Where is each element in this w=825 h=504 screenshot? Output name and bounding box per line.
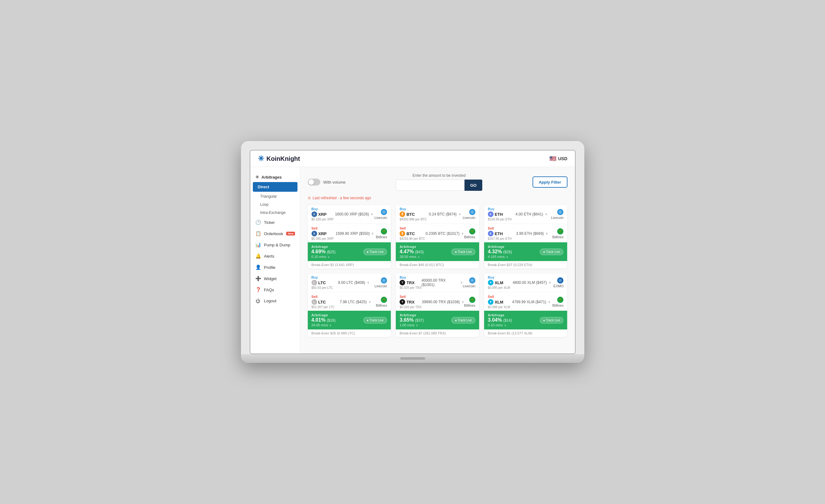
arb-footer: Arbitrage 4.32% ($28) 4.165 mins ∨ ● Tra… — [484, 242, 568, 261]
currency-badge[interactable]: 🇺🇸 USD — [549, 155, 568, 162]
sell-chevron[interactable]: ∨ — [462, 300, 464, 303]
sidebar-item-direct[interactable]: Direct — [253, 182, 297, 192]
arb-time-chevron: ∨ — [504, 323, 506, 327]
volume-toggle[interactable] — [308, 178, 320, 186]
toolbar: With volume Enter the amount to be inves… — [308, 173, 568, 191]
sidebar-item-alerts[interactable]: 🔔 Alerts — [250, 250, 300, 262]
sell-left: Sell ₿ BTC $4256.90 per BTC — [399, 226, 425, 240]
buy-chevron[interactable]: ∨ — [367, 281, 369, 284]
track-live-button[interactable]: ● Track Live — [451, 317, 475, 323]
card-divider — [399, 292, 475, 292]
alerts-icon: 🔔 — [255, 253, 261, 259]
sell-chevron[interactable]: ∨ — [371, 232, 374, 235]
investment-input[interactable] — [396, 179, 464, 191]
arb-percent: 4.32% — [488, 249, 502, 255]
buy-coin-icon: T — [399, 280, 405, 285]
card-divider — [399, 224, 475, 224]
buy-price: $0.095 per XLM — [488, 286, 510, 289]
buy-chevron[interactable]: ∨ — [549, 281, 551, 284]
arb-label: Arbitrage — [311, 313, 335, 317]
arb-info: Arbitrage 3.04% ($14) 0.10 mins ∨ — [488, 313, 512, 327]
arb-card-1: Buy ₿ BTC $4050.998 per BTC 0.24 BTC ($9… — [396, 205, 479, 269]
sidebar-item-logout[interactable]: ⏻ Logout — [250, 295, 300, 306]
buy-coin-icon: ₿ — [399, 211, 405, 217]
card-divider — [311, 292, 387, 292]
buy-price: $0.328 per XRP — [311, 218, 334, 221]
sell-left: Sell T TRX $0.026 per TRX — [399, 295, 422, 309]
sell-coin-icon: L — [311, 299, 317, 305]
buy-row: Buy T TRX $0.025 per TRX 40000.00 TRX ($… — [396, 274, 479, 291]
sell-exchange-name: Bitfinex — [552, 235, 564, 239]
arb-footer: Arbitrage 3.65% ($37) 1.00 mins ∨ ● Trac… — [396, 311, 479, 330]
sell-coin-label: BTC — [406, 231, 415, 236]
sidebar-item-profile[interactable]: 👤 Profile — [250, 262, 300, 273]
sidebar-item-pump-dump[interactable]: 📊 Pump & Dump — [250, 239, 300, 250]
sell-row: Sell L LTC $53.307 per LTC 7.98 LTC ($42… — [308, 293, 391, 311]
arb-time-chevron: ∨ — [327, 255, 329, 259]
buy-row: Buy L LTC $50.93 per LTC 8.00 LTC ($408)… — [308, 274, 391, 291]
arb-time-chevron: ∨ — [506, 255, 508, 259]
sell-pair: L LTC — [311, 299, 334, 305]
arb-amount: ($16) — [327, 318, 335, 322]
track-live-button[interactable]: ● Track Live — [363, 317, 387, 323]
buy-exchange-icon: ◎ — [469, 277, 475, 284]
buy-row: Buy E ETH $159.99 per ETH 4.00 ETH ($641… — [484, 205, 568, 223]
arb-amount: ($25) — [327, 250, 335, 254]
volume-toggle-container: With volume — [308, 178, 346, 186]
sell-exchange-icon: 🌿 — [469, 228, 475, 234]
logout-icon: ⏻ — [255, 298, 261, 303]
buy-right: ◎ Livecoin — [463, 209, 475, 220]
breakeven: Break-Even $1 (3.641 XRP) — [308, 261, 391, 269]
track-live-button[interactable]: ● Track Live — [451, 248, 475, 255]
new-badge: New — [286, 232, 295, 235]
buy-coin-label: LTC — [318, 280, 326, 285]
arb-amount: ($14) — [503, 318, 512, 322]
arb-percent: 4.69% — [311, 249, 325, 255]
track-live-button[interactable]: ● Track Live — [540, 248, 564, 255]
buy-exchange-icon: ◎ — [557, 209, 564, 215]
go-button[interactable]: GO — [464, 179, 482, 191]
buy-pair: X XRP — [311, 211, 334, 217]
buy-chevron[interactable]: ∨ — [460, 281, 463, 284]
sell-chevron[interactable]: ∨ — [548, 300, 550, 303]
buy-coin-label: XLM — [495, 280, 503, 285]
sell-chevron[interactable]: ∨ — [461, 232, 463, 235]
buy-chevron[interactable]: ∨ — [545, 212, 547, 216]
sell-amount: 7.98 LTC ($425) — [340, 300, 367, 304]
arb-card-4: Buy T TRX $0.025 per TRX 40000.00 TRX ($… — [396, 274, 479, 337]
sell-right: 🌿 Bitfinex — [376, 297, 387, 307]
sidebar-item-faqs[interactable]: ❓ FAQs — [250, 284, 300, 295]
sell-chevron[interactable]: ∨ — [546, 232, 548, 235]
cards-grid: Buy X XRP $0.328 per XRP 1600.00 XRP ($5… — [308, 205, 568, 337]
arb-time-chevron: ∨ — [418, 255, 420, 259]
sell-chevron[interactable]: ∨ — [369, 300, 371, 303]
arb-percent: 3.04% — [488, 317, 502, 323]
sidebar-item-ticker[interactable]: 🕐 Ticker — [250, 217, 300, 228]
volume-toggle-label: With volume — [323, 180, 346, 185]
buy-chevron[interactable]: ∨ — [371, 212, 373, 216]
buy-chevron[interactable]: ∨ — [459, 212, 461, 216]
sell-pair: ✦ XLM — [488, 299, 510, 305]
sell-coin-label: XRP — [318, 231, 327, 236]
arb-card-5: Buy ✦ XLM $0.095 per XLM 4800.00 XLM ($4… — [484, 274, 568, 337]
buy-right: ◎ Livecoin — [551, 209, 564, 220]
buy-row: Buy ✦ XLM $0.095 per XLM 4800.00 XLM ($4… — [484, 274, 568, 291]
sell-exchange-name: Bitfinex — [464, 235, 475, 239]
arb-time-chevron: ∨ — [329, 323, 331, 327]
track-live-button[interactable]: ● Track Live — [540, 317, 564, 323]
buy-pair: ₿ BTC — [399, 211, 427, 217]
buy-coin-label: TRX — [406, 280, 415, 285]
sidebar-item-loop[interactable]: Loop — [250, 201, 300, 209]
sidebar-item-triangular[interactable]: Triangular — [250, 192, 300, 201]
sell-pair: E ETH — [488, 231, 512, 236]
buy-exchange-icon: ◎ — [381, 277, 387, 284]
sidebar-item-orderbook[interactable]: 📋 Orderbook New — [250, 228, 300, 239]
sidebar-item-intra-exchange[interactable]: Intra-Exchange — [250, 209, 300, 217]
buy-price: $4050.998 per BTC — [399, 218, 427, 221]
buy-coin-icon: X — [311, 211, 317, 217]
apply-filter-button[interactable]: Apply Filter — [532, 176, 568, 188]
sidebar-item-widget[interactable]: ➕ Widget — [250, 273, 300, 284]
sell-action: Sell — [311, 226, 334, 230]
sell-exchange-icon: 🌿 — [381, 297, 387, 303]
track-live-button[interactable]: ● Track Live — [363, 248, 387, 255]
